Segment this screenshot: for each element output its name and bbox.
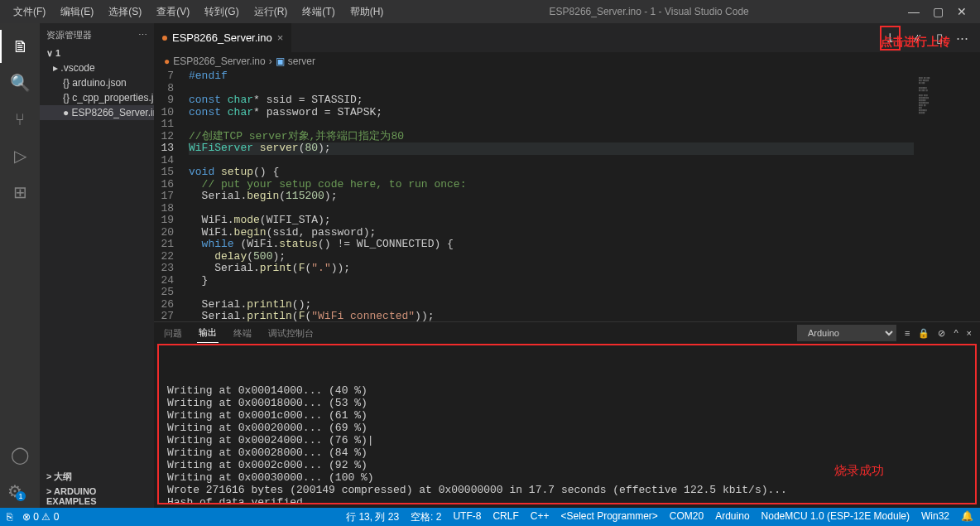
panel-tabs: 问题输出终端调试控制台 Arduino ≡ 🔒 ⊘ ^ × [154, 322, 980, 344]
success-annotation: 烧录成功 [834, 463, 884, 479]
status-item[interactable]: Win32 [921, 510, 949, 524]
editor-tabs: ESP8266_Server.ino × ⤓ ⫽ ▯ ⋯ [154, 23, 980, 52]
list-icon[interactable]: ≡ [905, 328, 910, 338]
tab-close-icon[interactable]: × [277, 31, 284, 44]
line-gutter: 789101112131415161718192021222324252627 [154, 70, 185, 321]
remote-icon[interactable]: ⎘ [7, 511, 12, 523]
code-editor[interactable]: 789101112131415161718192021222324252627 … [154, 70, 980, 321]
file-tree-item[interactable]: ▸ .vscode [40, 60, 154, 75]
run-debug-icon[interactable]: ▷ [0, 139, 40, 172]
clear-icon[interactable]: ⊘ [938, 328, 945, 339]
file-tree-item[interactable]: {} arduino.json [40, 75, 154, 90]
menu-item[interactable]: 查看(V) [150, 2, 196, 22]
menu-item[interactable]: 帮助(H) [343, 2, 391, 22]
status-item[interactable]: 🔔 [961, 510, 973, 524]
arduino-examples-section[interactable]: > ARDUINO EXAMPLES [40, 485, 154, 508]
status-item[interactable]: Arduino [715, 510, 749, 524]
menu-item[interactable]: 终端(T) [295, 2, 341, 22]
breadcrumb-symbol[interactable]: server [288, 55, 315, 67]
activity-bar: 🗎 🔍 ⑂ ▷ ⊞ ◯ ⚙1 [0, 23, 40, 508]
window-controls: — ▢ ✕ [908, 5, 973, 18]
menu-bar: 文件(F)编辑(E)选择(S)查看(V)转到(G)运行(R)终端(T)帮助(H) [7, 2, 390, 22]
file-tree: ▸ .vscode{} arduino.json{} c_cpp_propert… [40, 60, 154, 120]
output-channel-select[interactable]: Arduino [797, 325, 896, 341]
menu-item[interactable]: 选择(S) [102, 2, 148, 22]
lock-icon[interactable]: 🔒 [918, 328, 930, 339]
menu-item[interactable]: 转到(G) [198, 2, 245, 22]
titlebar: 文件(F)编辑(E)选择(S)查看(V)转到(G)运行(R)终端(T)帮助(H)… [0, 0, 980, 23]
minimap[interactable]: ████ ██ ██████ ████████ █████████████ ██… [914, 70, 980, 321]
breadcrumb-file[interactable]: ESP8266_Server.ino [173, 55, 265, 67]
status-item[interactable]: C++ [531, 510, 550, 524]
status-item[interactable]: 行 13, 列 23 [346, 510, 399, 524]
status-item[interactable]: NodeMCU 1.0 (ESP-12E Module) [761, 510, 910, 524]
sidebar-title: 资源管理器 [46, 29, 92, 41]
status-item[interactable]: <Select Programmer> [560, 510, 657, 524]
panel-tab[interactable]: 输出 [197, 323, 219, 343]
file-type-icon [162, 36, 167, 41]
menu-item[interactable]: 编辑(E) [54, 2, 100, 22]
more-actions-icon[interactable]: ⋯ [953, 27, 972, 49]
upload-annotation: 点击进行上传 [881, 35, 950, 50]
panel-close-icon[interactable]: × [967, 328, 972, 338]
explorer-icon[interactable]: 🗎 [0, 30, 40, 63]
status-item[interactable]: UTF-8 [453, 510, 481, 524]
status-bar: ⎘ ⊗ 0 ⚠ 0 行 13, 列 23空格: 2UTF-8CRLFC++<Se… [0, 508, 980, 526]
search-icon[interactable]: 🔍 [0, 66, 40, 99]
panel-tab[interactable]: 终端 [232, 324, 253, 343]
menu-item[interactable]: 运行(R) [247, 2, 295, 22]
editor-tab[interactable]: ESP8266_Server.ino × [154, 23, 292, 52]
panel-tab[interactable]: 问题 [162, 324, 184, 343]
source-control-icon[interactable]: ⑂ [0, 103, 40, 136]
breadcrumb[interactable]: ● ESP8266_Server.ino › ▣ server [154, 52, 980, 70]
window-title: ESP8266_Server.ino - 1 - Visual Studio C… [390, 6, 908, 17]
explorer-sidebar: 资源管理器 ⋯ ∨ 1 ▸ .vscode{} arduino.json{} c… [40, 23, 154, 508]
status-item[interactable]: CRLF [492, 510, 518, 524]
code-content[interactable]: #endif const char* ssid = STASSID;const … [185, 70, 914, 321]
outline-section[interactable]: > 大纲 [40, 469, 154, 485]
account-icon[interactable]: ◯ [0, 438, 40, 471]
tab-label: ESP8266_Server.ino [172, 31, 272, 44]
close-icon[interactable]: ✕ [957, 5, 967, 18]
maximize-icon[interactable]: ▢ [933, 5, 944, 18]
status-item[interactable]: 空格: 2 [411, 510, 441, 524]
output-content[interactable]: 烧录成功 Writing at 0x00014000... (40 %)Writ… [157, 344, 977, 504]
minimize-icon[interactable]: — [908, 5, 920, 18]
menu-item[interactable]: 文件(F) [7, 2, 52, 22]
bottom-panel: 问题输出终端调试控制台 Arduino ≡ 🔒 ⊘ ^ × 烧录成功 Writi… [154, 321, 980, 508]
file-tree-item[interactable]: {} c_cpp_properties.json [40, 90, 154, 105]
gear-icon[interactable]: ⚙1 [0, 475, 40, 508]
sidebar-header: 资源管理器 ⋯ [40, 23, 154, 46]
status-item[interactable]: COM20 [670, 510, 704, 524]
file-tree-item-active[interactable]: ● ESP8266_Server.ino [40, 105, 154, 120]
chevron-up-icon[interactable]: ^ [954, 328, 958, 338]
editor-area: ESP8266_Server.ino × ⤓ ⫽ ▯ ⋯ 点击进行上传 ● ES… [154, 23, 980, 508]
more-icon[interactable]: ⋯ [138, 30, 147, 41]
root-folder[interactable]: ∨ 1 [40, 46, 154, 60]
problems-status[interactable]: ⊗ 0 ⚠ 0 [22, 511, 59, 523]
extensions-icon[interactable]: ⊞ [0, 176, 40, 209]
panel-tab[interactable]: 调试控制台 [267, 324, 315, 343]
